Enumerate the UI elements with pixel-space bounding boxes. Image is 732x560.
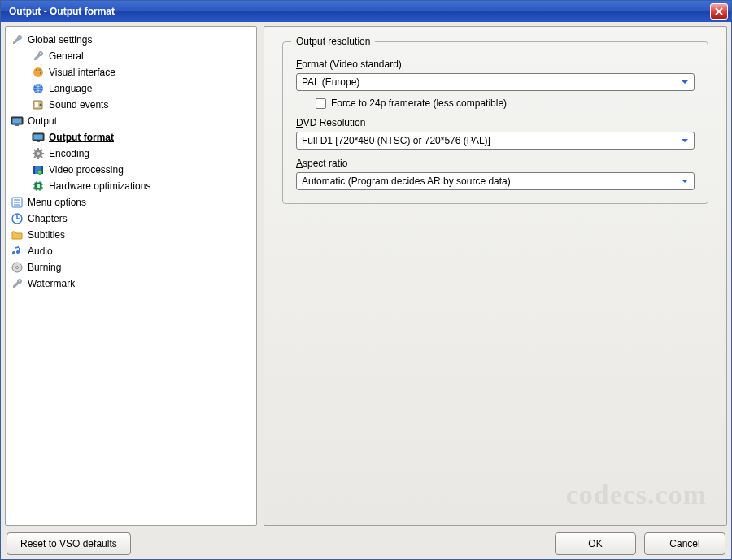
music-note-icon bbox=[11, 245, 24, 258]
tree-label: Language bbox=[49, 83, 92, 94]
main-area: Global settings General Visual interface bbox=[5, 26, 727, 526]
cancel-label: Cancel bbox=[669, 538, 699, 549]
format-value: PAL (Europe) bbox=[302, 76, 678, 88]
tree-label: Watermark bbox=[28, 278, 75, 289]
ok-cancel-group: OK Cancel bbox=[555, 532, 725, 555]
aspect-label-rest: spect ratio bbox=[303, 158, 347, 169]
tree-item-burning[interactable]: Burning bbox=[9, 259, 253, 276]
button-row: Reset to VSO defaults OK Cancel bbox=[5, 532, 727, 555]
output-resolution-group: Output resolution Format (Video standard… bbox=[282, 41, 708, 204]
chip-icon bbox=[32, 180, 45, 193]
svg-line-20 bbox=[34, 150, 36, 151]
svg-rect-12 bbox=[34, 135, 43, 140]
tree-label: Sound events bbox=[49, 99, 108, 111]
globe-icon bbox=[32, 82, 45, 95]
folder-icon bbox=[11, 228, 24, 241]
disc-icon bbox=[11, 261, 24, 274]
tree-label: Global settings bbox=[28, 34, 92, 46]
content-panel: Output resolution Format (Video standard… bbox=[264, 26, 727, 526]
dvd-label-rest: VD Resolution bbox=[303, 117, 366, 128]
palette-icon bbox=[32, 66, 45, 79]
force-24p-label: Force to 24p framerate (less compatible) bbox=[331, 98, 507, 109]
tree-item-output[interactable]: Output bbox=[9, 113, 253, 129]
dialog-window: Output - Output format Global settings bbox=[0, 0, 732, 560]
tree-label: Menu options bbox=[28, 197, 86, 208]
tree-label: Output format bbox=[49, 132, 114, 143]
tree-item-encoding[interactable]: Encoding bbox=[9, 145, 253, 162]
tree-item-general[interactable]: General bbox=[9, 48, 253, 64]
settings-tree[interactable]: Global settings General Visual interface bbox=[5, 26, 257, 526]
tree-item-output-format[interactable]: Output format bbox=[9, 129, 253, 145]
tree-label: General bbox=[49, 50, 84, 62]
aspect-mnemonic: A bbox=[296, 158, 303, 169]
tree-item-audio[interactable]: Audio bbox=[9, 243, 253, 259]
gear-icon bbox=[32, 147, 45, 160]
window-title: Output - Output format bbox=[9, 6, 115, 17]
background-watermark: codecs.com bbox=[566, 480, 707, 510]
ok-button[interactable]: OK bbox=[555, 532, 636, 555]
wrench-icon bbox=[11, 33, 24, 46]
dvd-resolution-combobox[interactable]: Full D1 [720*480 (NTSC) or 720*576 (PAL)… bbox=[296, 132, 695, 150]
format-combobox[interactable]: PAL (Europe) bbox=[296, 73, 695, 91]
tree-label: Visual interface bbox=[49, 67, 115, 78]
tree-label: Video processing bbox=[49, 164, 124, 176]
force-24p-row: Force to 24p framerate (less compatible) bbox=[316, 98, 695, 109]
dvd-resolution-label: DVD Resolution bbox=[296, 117, 695, 128]
svg-rect-25 bbox=[33, 166, 35, 174]
force-24p-checkbox[interactable] bbox=[316, 98, 326, 109]
dvd-mnemonic: D bbox=[296, 117, 303, 128]
monitor-icon bbox=[11, 115, 24, 128]
svg-rect-9 bbox=[13, 119, 22, 124]
reset-defaults-label: Reset to VSO defaults bbox=[20, 538, 117, 549]
tree-item-menu-options[interactable]: Menu options bbox=[9, 194, 253, 211]
tree-item-visual-interface[interactable]: Visual interface bbox=[9, 64, 253, 80]
tree-item-subtitles[interactable]: Subtitles bbox=[9, 227, 253, 243]
svg-point-1 bbox=[36, 69, 37, 71]
svg-rect-29 bbox=[37, 184, 40, 188]
svg-point-15 bbox=[37, 152, 40, 155]
close-button[interactable] bbox=[710, 3, 728, 20]
tree-item-sound-events[interactable]: Sound events bbox=[9, 97, 253, 113]
wrench-icon bbox=[11, 277, 24, 290]
clock-icon bbox=[11, 212, 24, 225]
svg-point-2 bbox=[39, 69, 41, 71]
tree-item-global-settings[interactable]: Global settings bbox=[9, 32, 253, 48]
svg-point-46 bbox=[16, 267, 19, 269]
svg-point-3 bbox=[40, 72, 41, 74]
aspect-ratio-label: Aspect ratio bbox=[296, 158, 695, 169]
reset-defaults-button[interactable]: Reset to VSO defaults bbox=[7, 532, 131, 555]
chevron-down-icon bbox=[678, 174, 692, 189]
chevron-down-icon bbox=[678, 133, 692, 148]
svg-rect-13 bbox=[37, 141, 40, 142]
svg-line-23 bbox=[41, 150, 43, 151]
chevron-down-icon bbox=[678, 75, 692, 89]
tree-item-language[interactable]: Language bbox=[9, 80, 253, 97]
svg-rect-10 bbox=[15, 124, 19, 126]
svg-line-21 bbox=[41, 157, 43, 158]
svg-point-27 bbox=[38, 171, 42, 175]
tree-label: Subtitles bbox=[28, 229, 65, 241]
close-icon bbox=[715, 7, 723, 15]
cancel-button[interactable]: Cancel bbox=[644, 532, 725, 555]
group-legend: Output resolution bbox=[291, 36, 375, 47]
tree-label: Audio bbox=[28, 245, 53, 257]
tree-item-watermark[interactable]: Watermark bbox=[9, 276, 253, 292]
format-label-rest: ormat (Video standard) bbox=[302, 59, 402, 70]
tree-item-video-processing[interactable]: Video processing bbox=[9, 162, 253, 178]
tree-label: Chapters bbox=[28, 213, 68, 224]
ok-label: OK bbox=[588, 538, 602, 549]
tree-item-hardware-optimizations[interactable]: Hardware optimizations bbox=[9, 178, 253, 194]
aspect-ratio-combobox[interactable]: Automatic (Program decides AR by source … bbox=[296, 172, 695, 190]
film-icon bbox=[32, 163, 45, 176]
tree-label: Output bbox=[28, 115, 57, 127]
aspect-ratio-value: Automatic (Program decides AR by source … bbox=[302, 176, 678, 187]
svg-point-7 bbox=[40, 104, 42, 106]
monitor-icon bbox=[32, 131, 45, 144]
tree-item-chapters[interactable]: Chapters bbox=[9, 211, 253, 227]
format-label: Format (Video standard) bbox=[296, 59, 695, 70]
dialog-body: Global settings General Visual interface bbox=[1, 22, 731, 559]
tree-label: Encoding bbox=[49, 148, 89, 159]
wrench-icon bbox=[32, 50, 45, 63]
svg-line-22 bbox=[34, 157, 36, 158]
svg-rect-6 bbox=[35, 102, 38, 107]
